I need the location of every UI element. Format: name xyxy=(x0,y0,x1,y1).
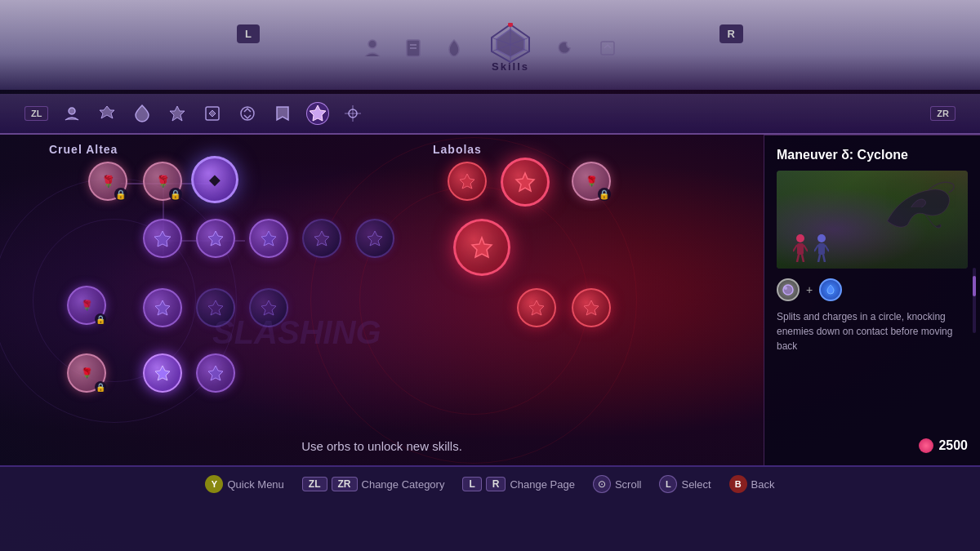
svg-point-48 xyxy=(817,234,826,242)
skills-diamond-icon xyxy=(490,23,531,64)
top-nav-icons: Skills xyxy=(359,23,621,73)
req-icon-orb xyxy=(777,278,800,301)
scroll-label: Scroll xyxy=(615,478,642,491)
svg-rect-10 xyxy=(601,42,614,55)
nav-icon-fire[interactable] xyxy=(441,35,467,61)
sec-icon-7[interactable] xyxy=(271,102,294,125)
svg-line-52 xyxy=(818,255,820,262)
character-figures xyxy=(793,233,829,262)
node-altea-b1[interactable]: 🌹 🔒 xyxy=(67,353,106,393)
left-section-label: Cruel Altea xyxy=(49,143,118,156)
change-category-label: Change Category xyxy=(362,478,445,491)
control-change-category: ZL ZR Change Category xyxy=(302,477,445,491)
controls-row: Y Quick Menu ZL ZR Change Category L R C… xyxy=(0,467,980,493)
top-navigation: L R Skills xyxy=(0,0,980,90)
svg-point-54 xyxy=(783,285,793,295)
svg-line-45 xyxy=(804,245,808,251)
sec-icon-1[interactable] xyxy=(60,102,83,125)
skill-detail-title: Maneuver δ: Cyclone xyxy=(777,148,968,162)
control-select: L Select xyxy=(659,475,710,493)
dragon-silhouette xyxy=(874,179,956,236)
skills-center: Skills xyxy=(490,23,531,73)
y-button[interactable]: Y xyxy=(205,475,223,493)
b-button[interactable]: B xyxy=(729,475,747,493)
node-altea-m4[interactable] xyxy=(302,219,341,258)
nav-icon-character[interactable] xyxy=(359,35,385,61)
r-button[interactable]: R xyxy=(719,24,743,43)
zl-badge[interactable]: ZL xyxy=(24,106,48,121)
svg-line-50 xyxy=(814,245,818,251)
quick-menu-label: Quick Menu xyxy=(227,478,283,491)
sec-icon-8[interactable] xyxy=(341,102,364,125)
node-altea-b3[interactable] xyxy=(196,353,235,393)
node-altea-2[interactable]: 🌹 xyxy=(143,162,182,201)
node-altea-r3-3[interactable] xyxy=(249,288,288,327)
nav-icon-moon[interactable] xyxy=(554,35,580,61)
node-labolas-t2[interactable] xyxy=(501,158,550,207)
nav-icon-scroll[interactable] xyxy=(400,35,426,61)
svg-marker-12 xyxy=(170,106,185,121)
sec-icon-active[interactable] xyxy=(306,102,329,125)
second-navigation: ZL ZR 137931 xyxy=(0,94,980,135)
cost-value: 2500 xyxy=(938,438,968,453)
right-panel: Maneuver δ: Cyclone xyxy=(764,135,980,465)
zr-control-badge[interactable]: ZR xyxy=(332,477,358,491)
node-altea-m2[interactable] xyxy=(196,219,235,258)
r-control-badge[interactable]: R xyxy=(486,477,506,491)
node-altea-m1[interactable] xyxy=(143,219,182,258)
hint-text: Use orbs to unlock new skills. xyxy=(301,439,462,453)
node-labolas-t3[interactable]: 🌹 xyxy=(572,162,611,201)
skill-description: Splits and charges in a circle, knocking… xyxy=(777,309,968,353)
scroll-indicator[interactable] xyxy=(973,268,976,333)
sec-icon-6[interactable] xyxy=(236,102,259,125)
node-altea-r3-1[interactable] xyxy=(143,288,182,327)
node-altea-1[interactable]: 🌹 xyxy=(88,162,127,201)
svg-line-53 xyxy=(823,255,825,262)
svg-line-51 xyxy=(825,245,829,251)
svg-point-55 xyxy=(784,287,787,290)
svg-line-44 xyxy=(793,245,797,251)
select-button[interactable]: L xyxy=(659,475,677,493)
req-icon-element xyxy=(819,278,842,301)
control-quick-menu: Y Quick Menu xyxy=(205,475,283,493)
sec-icon-5[interactable] xyxy=(201,102,224,125)
skill-cost: 2500 xyxy=(919,438,968,453)
scroll-button[interactable]: ⊙ xyxy=(593,475,611,493)
node-labolas-m2[interactable] xyxy=(572,288,611,327)
svg-line-46 xyxy=(797,255,799,262)
node-altea-b2[interactable] xyxy=(143,353,182,393)
node-altea-locked1[interactable]: 🌹 🔒 xyxy=(67,286,106,325)
node-altea-m3[interactable] xyxy=(249,219,288,258)
control-back: B Back xyxy=(729,475,775,493)
svg-rect-49 xyxy=(818,243,825,255)
skill-requirements: + xyxy=(777,278,968,301)
sec-icon-2[interactable] xyxy=(96,102,118,125)
l-button[interactable]: L xyxy=(237,24,260,43)
node-altea-m5[interactable] xyxy=(355,219,394,258)
svg-point-0 xyxy=(368,40,376,48)
node-labolas-t1[interactable] xyxy=(448,162,487,201)
control-change-page: L R Change Page xyxy=(462,477,575,491)
sec-icon-3[interactable] xyxy=(131,102,154,125)
node-labolas-m1[interactable] xyxy=(517,288,556,327)
nav-icon-scroll2[interactable] xyxy=(595,35,621,61)
l-control-badge[interactable]: L xyxy=(462,477,481,491)
zr-badge[interactable]: ZR xyxy=(930,106,956,121)
zl-control-badge[interactable]: ZL xyxy=(302,477,327,491)
node-altea-r3-2[interactable] xyxy=(196,288,235,327)
svg-line-47 xyxy=(802,255,804,262)
svg-point-11 xyxy=(69,108,75,114)
svg-point-42 xyxy=(796,234,804,242)
req-plus-sign: + xyxy=(806,283,813,296)
node-labolas-center[interactable] xyxy=(453,219,510,276)
right-section-label: Labolas xyxy=(433,143,482,156)
node-altea-3[interactable]: ◆ xyxy=(191,156,238,203)
change-page-label: Change Page xyxy=(510,478,575,491)
skills-label: Skills xyxy=(492,60,529,73)
sec-icon-4[interactable] xyxy=(166,102,189,125)
skill-preview-image xyxy=(777,171,968,269)
main-content: Cruel Altea Labolas xyxy=(0,135,980,465)
skill-tree-area: Cruel Altea Labolas xyxy=(0,135,764,465)
back-label: Back xyxy=(751,478,775,491)
scroll-thumb xyxy=(973,276,976,296)
